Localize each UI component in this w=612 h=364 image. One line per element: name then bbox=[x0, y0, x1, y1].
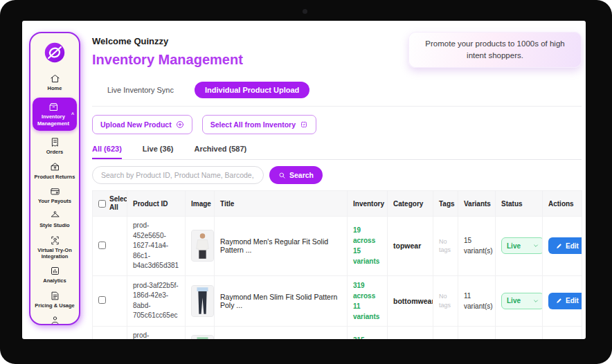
sidebar-item-analytics[interactable]: Analytics bbox=[33, 266, 77, 284]
upload-new-product-label: Upload New Product bbox=[100, 120, 172, 129]
filter-tab-all[interactable]: All (623) bbox=[92, 145, 122, 159]
filter-tab-archived[interactable]: Archived (587) bbox=[194, 145, 246, 159]
select-all-from-inventory-label: Select All from Inventory bbox=[210, 120, 296, 129]
sidebar-item-my-account[interactable]: My Account bbox=[33, 315, 77, 325]
column-header: Inventory bbox=[348, 191, 388, 217]
row-checkbox[interactable] bbox=[98, 242, 106, 249]
sidebar-item-pricing-usage[interactable]: Pricing & Usage bbox=[33, 291, 77, 309]
analytics-icon bbox=[50, 266, 60, 276]
pencil-icon bbox=[556, 298, 562, 304]
column-header: Variants bbox=[458, 191, 496, 217]
select-all-icon bbox=[300, 120, 308, 129]
variants-cell: 11 variant(s) bbox=[458, 275, 496, 326]
pencil-icon bbox=[556, 243, 562, 249]
tags-cell: No tags bbox=[433, 275, 458, 326]
status-value: Live bbox=[507, 242, 521, 250]
style-studio-icon bbox=[50, 210, 60, 221]
sidebar-item-product-returns[interactable]: Product Returns bbox=[33, 162, 77, 180]
camera-dot bbox=[303, 9, 307, 14]
edit-button-label: Edit bbox=[566, 242, 579, 250]
product-title: Park Avenue Men's Fitted Trouser bbox=[215, 326, 348, 339]
payouts-icon bbox=[50, 186, 60, 197]
sidebar-item-label: Your Payouts bbox=[38, 198, 71, 204]
sidebar-item-label: Orders bbox=[46, 149, 64, 155]
promo-banner: Promote your products to 1000s of high i… bbox=[408, 32, 582, 68]
edit-button[interactable]: Edit bbox=[548, 237, 582, 254]
variants-cell: 5 variant(s) bbox=[458, 326, 496, 339]
chevron-down-icon bbox=[533, 298, 539, 304]
search-button-label: Search bbox=[289, 171, 314, 179]
inventory-cell: 315 across 5 variants bbox=[348, 326, 388, 339]
device-frame: Home Inventory Management ^ Orders Produ… bbox=[0, 0, 612, 364]
sidebar-item-style-studio[interactable]: Style Studio bbox=[33, 210, 77, 228]
promo-text: Promote your products to 1000s of high i… bbox=[421, 38, 569, 61]
chevron-down-icon bbox=[533, 243, 539, 248]
product-id: prod-452e5650-1627-41a4-86c1-b4ac3d65d38… bbox=[127, 217, 186, 276]
sidebar-item-label: Inventory Management bbox=[35, 113, 71, 127]
sidebar-item-home[interactable]: Home bbox=[33, 73, 77, 91]
column-header: Category bbox=[388, 191, 433, 217]
status-dropdown[interactable]: Live bbox=[501, 293, 543, 309]
tags-cell: No tags bbox=[433, 326, 458, 339]
sidebar-item-label: Product Returns bbox=[35, 174, 75, 180]
column-header: Actions bbox=[543, 191, 582, 217]
search-input[interactable] bbox=[92, 166, 264, 184]
tab-individual-product-upload[interactable]: Individual Product Upload bbox=[195, 82, 309, 98]
search-row: Search bbox=[92, 166, 582, 184]
product-title: Raymond Men's Regular Fit Solid Pattern … bbox=[215, 217, 348, 276]
account-icon bbox=[50, 315, 60, 325]
edit-button-label: Edit bbox=[566, 297, 579, 304]
sidebar-item-label: Pricing & Usage bbox=[35, 302, 75, 309]
sidebar-item-label: Style Studio bbox=[39, 222, 69, 228]
product-title: Raymond Men Slim Fit Solid Pattern Poly … bbox=[215, 275, 348, 326]
tab-live-inventory-sync[interactable]: Live Inventory Sync bbox=[107, 86, 174, 94]
upload-mode-tabs: Live Inventory Sync Individual Product U… bbox=[92, 82, 582, 107]
app-screen: Home Inventory Management ^ Orders Produ… bbox=[22, 21, 586, 339]
pricing-icon bbox=[50, 291, 60, 301]
column-header: Tags bbox=[433, 191, 458, 217]
inventory-cell: 319 across 11 variants bbox=[348, 275, 388, 326]
sidebar-item-inventory-management[interactable]: Inventory Management ^ bbox=[33, 98, 77, 131]
row-checkbox[interactable] bbox=[98, 296, 106, 304]
column-header: Select All bbox=[109, 195, 127, 212]
sidebar: Home Inventory Management ^ Orders Produ… bbox=[29, 32, 80, 325]
brand-logo-icon bbox=[44, 42, 66, 64]
orders-icon bbox=[50, 137, 60, 147]
column-header: Image bbox=[186, 191, 215, 217]
product-thumbnail-shirt bbox=[191, 230, 214, 262]
select-all-from-inventory-button[interactable]: Select All from Inventory bbox=[202, 115, 316, 134]
search-icon bbox=[278, 172, 286, 179]
sidebar-item-virtual-try-on[interactable]: Virtual Try-On Integration bbox=[33, 235, 77, 260]
sidebar-item-your-payouts[interactable]: Your Payouts bbox=[33, 186, 77, 204]
toolbar: Upload New Product Select All from Inven… bbox=[92, 115, 582, 134]
product-id: prod-3af22b5f-186d-42e3-8abd-705c61cc65e… bbox=[127, 275, 186, 326]
filter-tabs: All (623) Live (36) Archived (587) bbox=[92, 145, 582, 160]
upload-new-product-button[interactable]: Upload New Product bbox=[92, 115, 192, 134]
table-row: prod-401d4546-21c1-4851-8cac- Park Avenu… bbox=[93, 326, 582, 339]
try-on-icon bbox=[50, 235, 60, 246]
filter-tab-live[interactable]: Live (36) bbox=[143, 145, 174, 159]
sidebar-item-label: Home bbox=[48, 85, 62, 91]
products-table: Select All Product ID Image Title Invent… bbox=[92, 190, 582, 339]
status-value: Live bbox=[507, 297, 521, 304]
sidebar-item-label: Virtual Try-On Integration bbox=[33, 247, 77, 260]
edit-button[interactable]: Edit bbox=[548, 293, 582, 309]
variants-cell: 15 variant(s) bbox=[458, 217, 496, 276]
product-thumbnail-trousers bbox=[191, 335, 214, 340]
search-button[interactable]: Search bbox=[269, 166, 323, 184]
category-cell: topwear bbox=[388, 217, 433, 276]
status-dropdown[interactable]: Live bbox=[501, 237, 543, 254]
inventory-cell: 19 across 15 variants bbox=[348, 217, 388, 276]
sidebar-item-orders[interactable]: Orders bbox=[33, 137, 77, 155]
select-all-checkbox[interactable] bbox=[98, 200, 106, 208]
home-icon bbox=[50, 73, 60, 84]
table-row: prod-452e5650-1627-41a4-86c1-b4ac3d65d38… bbox=[93, 217, 582, 276]
sidebar-item-label: Analytics bbox=[43, 277, 66, 284]
circle-plus-icon bbox=[176, 120, 184, 129]
chevron-up-icon: ^ bbox=[71, 112, 74, 117]
inventory-icon bbox=[48, 102, 59, 112]
returns-icon bbox=[50, 162, 60, 172]
category-cell: bottomwear bbox=[388, 275, 433, 326]
product-thumbnail-trousers bbox=[191, 285, 214, 317]
tags-cell: No tags bbox=[433, 217, 458, 276]
